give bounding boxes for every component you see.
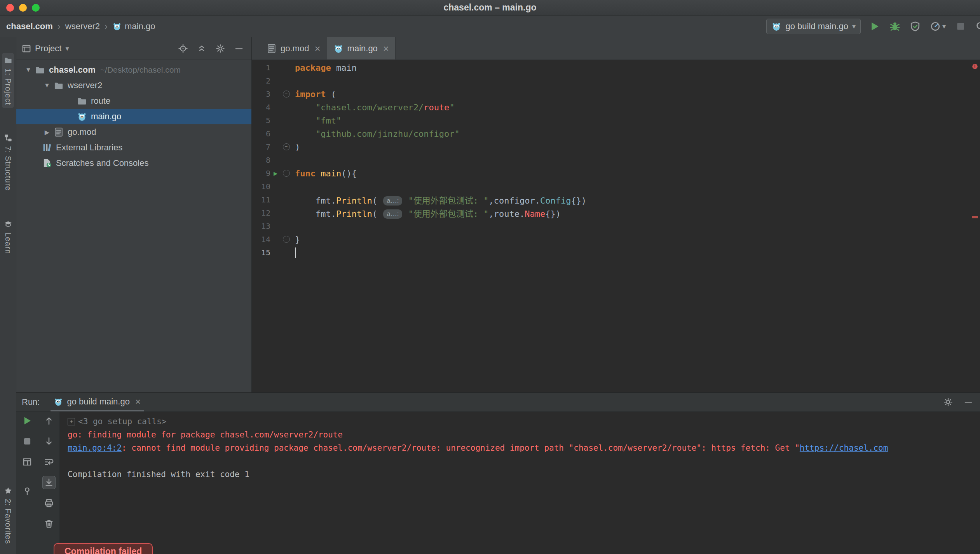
tab-label: main.go — [347, 44, 378, 54]
search-everywhere-button[interactable] — [975, 21, 980, 32]
tree-expanded-arrow-icon[interactable]: ▼ — [23, 66, 34, 73]
minus-icon — [964, 397, 973, 407]
print-button[interactable] — [44, 498, 54, 508]
go-file-icon — [333, 44, 344, 54]
pin-tab-button[interactable] — [22, 486, 32, 496]
editor-tab-go.mod[interactable]: go.mod× — [260, 37, 327, 59]
tree-expanded-arrow-icon[interactable]: ▼ — [41, 82, 53, 89]
run-tab[interactable]: go build main.go × — [51, 393, 143, 411]
main-toolbar: chasel.com›wserver2›main.go go build mai… — [0, 16, 980, 37]
line-number: 5 — [252, 116, 270, 125]
hide-panel-button[interactable] — [964, 397, 973, 407]
star-icon — [4, 486, 12, 495]
code-editor[interactable]: 1package main23−import (4 "chasel.com/ws… — [252, 60, 980, 392]
soft-wrap-button[interactable] — [44, 457, 54, 467]
toolwindow-button-label: 1: Project — [3, 68, 12, 105]
error-stripe[interactable] — [970, 60, 980, 392]
run-configuration-select[interactable]: go build main.go ▾ — [766, 19, 861, 34]
editor-line: 8 — [252, 153, 980, 167]
code-line-text: "fmt" — [292, 116, 341, 125]
rerun-button[interactable] — [22, 416, 32, 426]
tree-item-scratches-and-consoles[interactable]: Scratches and Consoles — [16, 155, 251, 171]
run-button[interactable] — [869, 21, 880, 32]
toolwindow-button-2-favorites[interactable]: 2: Favorites — [2, 483, 14, 547]
code-line-text — [292, 247, 296, 258]
run-with-coverage-button[interactable] — [910, 21, 921, 32]
chevron-down-icon: ▾ — [852, 22, 856, 31]
toolwindow-button-label: Learn — [3, 232, 12, 254]
code-token: fmt. — [295, 196, 336, 206]
console-link[interactable]: https://chasel.com — [800, 441, 888, 455]
fold-marker-icon[interactable]: − — [281, 143, 292, 150]
code-token: Println — [336, 209, 372, 219]
fullscreen-window-button[interactable] — [32, 4, 40, 12]
minimize-window-button[interactable] — [19, 4, 27, 12]
toolwindow-button-7-structure[interactable]: 7: Structure — [2, 131, 14, 194]
run-line-icon[interactable]: ▶ — [270, 169, 281, 177]
tree-item-main-go[interactable]: main.go — [16, 109, 251, 124]
stop-icon — [22, 436, 32, 446]
editor-line: 11 fmt.Println( a…: "使用外部包测试: ",configor… — [252, 193, 980, 206]
code-token — [403, 209, 408, 219]
folder-icon — [77, 96, 87, 106]
close-icon[interactable]: × — [135, 396, 141, 407]
tree-collapsed-arrow-icon[interactable]: ▶ — [41, 129, 53, 136]
stop-button[interactable] — [955, 21, 966, 32]
close-window-button[interactable] — [6, 4, 14, 12]
tree-item-route[interactable]: route — [16, 93, 251, 109]
close-tab-icon[interactable]: × — [314, 44, 320, 54]
debug-button[interactable] — [889, 21, 900, 32]
toolwindow-button-learn[interactable]: Learn — [2, 217, 14, 257]
collapse-all-button[interactable] — [197, 44, 206, 53]
tree-item-wserver2[interactable]: ▼wserver2 — [16, 78, 251, 93]
chevron-down-icon[interactable]: ▾ — [65, 44, 69, 53]
hide-panel-button[interactable] — [234, 44, 244, 53]
console-link[interactable]: main.go:4:2 — [68, 441, 122, 455]
stop-icon — [955, 21, 966, 32]
project-panel: Project ▾ ▼chasel.com~/Desktop/chasel.co… — [16, 37, 252, 392]
toolwindow-button-1-project[interactable]: 1: Project — [2, 53, 14, 108]
down-stack-trace-button[interactable] — [44, 436, 54, 446]
tree-item-external-libraries[interactable]: External Libraries — [16, 140, 251, 155]
tree-item-chasel-com[interactable]: ▼chasel.com~/Desktop/chasel.com — [16, 62, 251, 78]
gear-icon — [943, 397, 953, 407]
code-token: package — [295, 63, 331, 73]
project-panel-title[interactable]: Project — [35, 44, 61, 54]
up-stack-trace-button[interactable] — [44, 416, 54, 426]
fold-circle: − — [283, 143, 290, 150]
settings-button[interactable] — [216, 44, 225, 53]
fold-marker-icon[interactable]: − — [281, 91, 292, 98]
fold-marker-icon[interactable]: − — [281, 236, 292, 243]
mod-file-icon — [54, 127, 64, 137]
code-token: main — [331, 63, 357, 73]
breadcrumb-item[interactable]: chasel.com — [6, 21, 53, 31]
scroll-to-end-button[interactable] — [42, 476, 56, 489]
console-fold-icon[interactable]: + — [68, 418, 75, 425]
clear-all-button[interactable] — [44, 519, 54, 529]
restore-layout-button[interactable] — [22, 457, 32, 467]
settings-button[interactable] — [943, 397, 953, 407]
breadcrumb-item[interactable]: wserver2 — [65, 21, 100, 31]
error-stripe-mark[interactable] — [972, 216, 978, 218]
fold-circle: − — [283, 170, 290, 177]
fold-marker-icon[interactable]: − — [281, 170, 292, 177]
editor-tab-main.go[interactable]: main.go× — [327, 37, 396, 59]
stop-button[interactable] — [22, 436, 32, 446]
editor-line: 10 — [252, 180, 980, 193]
close-tab-icon[interactable]: × — [383, 44, 389, 54]
down-icon — [44, 436, 54, 446]
tree-item-go-mod[interactable]: ▶go.mod — [16, 124, 251, 140]
line-number: 14 — [252, 235, 270, 244]
play-icon — [22, 416, 32, 426]
run-panel-title: Run: — [22, 397, 40, 407]
tree-item-label: main.go — [91, 111, 121, 122]
profiler-button[interactable]: ▾ — [930, 21, 946, 32]
breadcrumb-item[interactable]: main.go — [112, 21, 155, 31]
tree-item-label: External Libraries — [56, 143, 122, 153]
editor-line: 6 "github.com/jinzhu/configor" — [252, 127, 980, 140]
code-token: "github.com/jinzhu/configor" — [316, 129, 460, 139]
select-opened-file-button[interactable] — [178, 44, 188, 53]
console-output[interactable]: +<3 go setup calls>go: finding module fo… — [60, 412, 980, 554]
breadcrumb: chasel.com›wserver2›main.go — [6, 21, 155, 32]
errors-found-icon[interactable] — [971, 63, 978, 70]
